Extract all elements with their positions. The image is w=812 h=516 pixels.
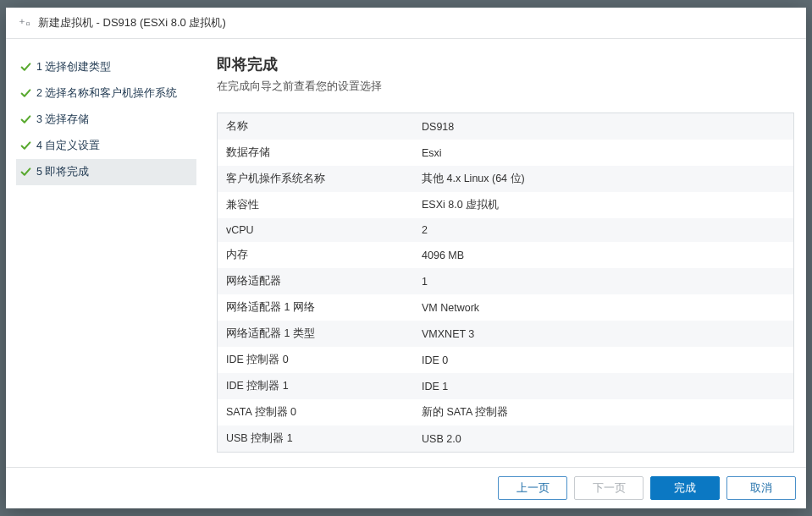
step-label: 2 选择名称和客户机操作系统 (36, 86, 177, 101)
summary-value: IDE 0 (413, 347, 793, 373)
check-icon (19, 167, 31, 178)
dialog-title: 新建虚拟机 - DS918 (ESXi 8.0 虚拟机) (38, 15, 226, 30)
check-icon (19, 140, 31, 152)
table-row: 兼容性ESXi 8.0 虚拟机 (218, 192, 794, 218)
table-row: 客户机操作系统名称其他 4.x Linux (64 位) (218, 166, 794, 192)
step-label: 4 自定义设置 (36, 139, 100, 153)
step-label: 5 即将完成 (36, 165, 89, 179)
table-row: 内存4096 MB (218, 242, 794, 268)
summary-value: IDE 1 (413, 373, 793, 399)
summary-table: 名称DS918 数据存储Esxi 客户机操作系统名称其他 4.x Linux (… (217, 113, 794, 453)
new-vm-icon: ⁺▫ (18, 16, 31, 30)
step-3-select-storage[interactable]: 3 选择存储 (16, 107, 196, 133)
new-vm-dialog: ⁺▫ 新建虚拟机 - DS918 (ESXi 8.0 虚拟机) 1 选择创建类型… (6, 8, 806, 508)
summary-value: DS918 (413, 113, 793, 140)
check-icon (19, 88, 31, 100)
summary-value: 1 (413, 268, 793, 294)
page-title: 即将完成 (217, 54, 794, 74)
summary-value: VMXNET 3 (413, 321, 793, 347)
summary-key: 兼容性 (218, 192, 414, 218)
dialog-body: 1 选择创建类型 2 选择名称和客户机操作系统 3 选择存储 4 自定义设置 (6, 39, 806, 467)
summary-value: 新的 SATA 控制器 (413, 399, 793, 425)
table-row: 名称DS918 (218, 113, 794, 140)
next-button: 下一页 (574, 476, 644, 500)
summary-key: 网络适配器 1 类型 (218, 321, 414, 347)
check-icon (19, 114, 31, 126)
dialog-footer: 上一页 下一页 完成 取消 (6, 467, 806, 508)
summary-key: 网络适配器 (218, 268, 414, 294)
table-row: vCPU2 (218, 218, 794, 242)
step-4-customize-settings[interactable]: 4 自定义设置 (16, 133, 196, 159)
summary-key: SATA 控制器 0 (218, 399, 414, 425)
summary-value: 4096 MB (413, 242, 793, 268)
table-row: 数据存储Esxi (218, 140, 794, 166)
step-1-select-type[interactable]: 1 选择创建类型 (16, 54, 196, 80)
summary-key: 数据存储 (218, 140, 414, 166)
step-label: 1 选择创建类型 (36, 60, 111, 74)
table-row: IDE 控制器 1IDE 1 (218, 373, 794, 399)
summary-value: ESXi 8.0 虚拟机 (413, 192, 793, 218)
summary-value: 其他 4.x Linux (64 位) (413, 166, 793, 192)
step-2-select-name-os[interactable]: 2 选择名称和客户机操作系统 (16, 80, 196, 107)
summary-value: USB 2.0 (413, 425, 793, 453)
table-row: IDE 控制器 0IDE 0 (218, 347, 794, 373)
table-row: USB 控制器 1USB 2.0 (218, 425, 794, 453)
wizard-sidebar: 1 选择创建类型 2 选择名称和客户机操作系统 3 选择存储 4 自定义设置 (6, 39, 205, 467)
summary-key: vCPU (218, 218, 414, 242)
table-row: 网络适配器1 (218, 268, 794, 294)
summary-key: IDE 控制器 1 (218, 373, 414, 399)
summary-key: 内存 (218, 242, 414, 268)
finish-button[interactable]: 完成 (650, 476, 720, 500)
summary-key: USB 控制器 1 (218, 425, 414, 453)
summary-key: 网络适配器 1 网络 (218, 294, 414, 321)
page-subtitle: 在完成向导之前查看您的设置选择 (217, 80, 794, 94)
step-5-ready-complete[interactable]: 5 即将完成 (16, 159, 196, 185)
check-icon (19, 62, 31, 74)
summary-key: 名称 (218, 113, 414, 140)
table-row: SATA 控制器 0新的 SATA 控制器 (218, 399, 794, 425)
summary-value: Esxi (413, 140, 793, 166)
summary-value: 2 (413, 218, 793, 242)
step-label: 3 选择存储 (36, 113, 89, 127)
table-row: 网络适配器 1 类型VMXNET 3 (218, 321, 794, 347)
summary-key: 客户机操作系统名称 (218, 166, 414, 192)
table-row: 网络适配器 1 网络VM Network (218, 294, 794, 321)
prev-button[interactable]: 上一页 (498, 476, 567, 500)
dialog-header: ⁺▫ 新建虚拟机 - DS918 (ESXi 8.0 虚拟机) (6, 8, 806, 39)
cancel-button[interactable]: 取消 (726, 476, 796, 500)
summary-key: IDE 控制器 0 (218, 347, 414, 373)
wizard-content: 即将完成 在完成向导之前查看您的设置选择 名称DS918 数据存储Esxi 客户… (205, 39, 806, 467)
summary-value: VM Network (413, 294, 793, 321)
